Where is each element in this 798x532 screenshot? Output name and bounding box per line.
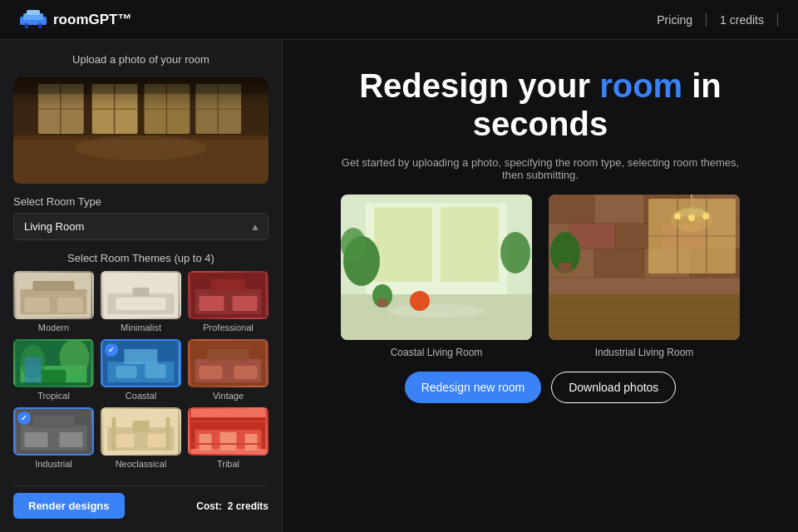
themes-title: Select Room Themes (up to 4)	[13, 252, 268, 264]
result-industrial: Industrial Living Room	[549, 195, 740, 358]
result-coastal: Coastal Living Room	[341, 195, 532, 358]
svg-rect-51	[208, 349, 249, 361]
svg-rect-89	[594, 195, 644, 224]
theme-modern[interactable]: Modern	[13, 271, 94, 332]
right-panel: Redesign your room in seconds Get starte…	[283, 40, 798, 532]
svg-rect-25	[58, 298, 83, 313]
svg-rect-54	[25, 432, 48, 447]
hero-title: Redesign your room in seconds	[316, 66, 765, 143]
svg-rect-63	[166, 417, 170, 451]
svg-rect-77	[374, 207, 432, 282]
theme-tribal-img	[188, 407, 268, 456]
svg-rect-66	[191, 409, 266, 417]
theme-neoclassical-img	[101, 407, 181, 456]
nav-divider-2	[777, 13, 778, 27]
svg-rect-35	[212, 279, 245, 292]
svg-point-21	[75, 135, 207, 160]
svg-rect-24	[25, 298, 50, 313]
svg-rect-33	[200, 296, 224, 311]
svg-rect-50	[234, 366, 258, 379]
svg-rect-26	[33, 281, 75, 291]
theme-neoclassical[interactable]: Neoclassical	[101, 407, 181, 469]
theme-industrial[interactable]: ✓ Industrial	[13, 407, 94, 469]
svg-point-80	[341, 228, 366, 261]
result-coastal-img	[341, 195, 532, 340]
theme-professional-label: Professional	[203, 323, 254, 332]
svg-rect-86	[377, 298, 387, 307]
theme-coastal[interactable]: ✓ Coastal	[101, 339, 181, 401]
svg-rect-44	[116, 366, 137, 378]
svg-rect-60	[148, 434, 169, 447]
hero-title-highlight: room	[599, 67, 682, 104]
svg-rect-41	[25, 357, 42, 382]
room-preview-image	[13, 77, 268, 184]
svg-rect-55	[60, 432, 83, 447]
nav-area: Pricing 1 credits	[657, 13, 778, 27]
svg-rect-68	[200, 434, 212, 451]
svg-rect-88	[549, 195, 594, 224]
industrial-check-icon: ✓	[17, 411, 31, 425]
svg-rect-45	[145, 364, 166, 378]
svg-rect-112	[549, 294, 740, 340]
download-button[interactable]: Download photos	[551, 372, 676, 403]
theme-professional-img	[188, 271, 268, 319]
theme-coastal-label: Coastal	[126, 391, 156, 401]
render-row: Render designs Cost: 2 credits	[13, 485, 268, 519]
room-preview-bg	[13, 77, 268, 184]
theme-coastal-img: ✓	[101, 339, 181, 387]
room-type-select-wrapper: Living Room Bedroom Kitchen Bathroom Off…	[13, 213, 268, 240]
theme-modern-label: Modern	[38, 323, 69, 332]
svg-rect-3	[25, 23, 28, 28]
theme-vintage[interactable]: Vintage	[188, 339, 268, 401]
svg-point-109	[671, 207, 712, 232]
result-coastal-label: Coastal Living Room	[391, 347, 483, 358]
coastal-check-icon: ✓	[105, 343, 118, 357]
upload-area[interactable]: Original Room 🗑	[13, 77, 268, 184]
room-type-select[interactable]: Living Room Bedroom Kitchen Bathroom Off…	[13, 213, 268, 240]
svg-rect-78	[441, 207, 499, 282]
theme-tropical[interactable]: Tropical	[13, 339, 94, 401]
themes-grid: Modern Minimalist	[13, 271, 268, 469]
room-type-section: Select Room Type Living Room Bedroom Kit…	[13, 195, 268, 240]
theme-neoclassical-label: Neoclassical	[116, 459, 167, 469]
svg-rect-62	[112, 417, 116, 451]
svg-point-84	[410, 291, 430, 311]
nav-pricing[interactable]: Pricing	[657, 13, 692, 27]
theme-minimalist-img	[101, 271, 181, 319]
nav-credits: 1 credits	[720, 13, 764, 27]
svg-rect-34	[233, 296, 258, 311]
action-row: Redesign new room Download photos	[405, 372, 677, 403]
left-panel: Upload a photo of your room Original Roo…	[0, 40, 283, 532]
svg-rect-111	[559, 263, 572, 273]
logo-area: roomGPT™	[20, 10, 131, 30]
hero-title-part1: Redesign your	[359, 67, 599, 104]
theme-professional[interactable]: Professional	[188, 271, 268, 332]
theme-industrial-img: ✓	[13, 407, 94, 456]
logo-text: roomGPT™	[53, 12, 131, 28]
svg-rect-46	[125, 349, 158, 364]
theme-tribal[interactable]: Tribal	[188, 407, 268, 469]
svg-rect-4	[38, 23, 42, 28]
result-industrial-label: Industrial Living Room	[595, 347, 694, 358]
svg-point-81	[500, 232, 530, 273]
svg-rect-69	[220, 432, 237, 451]
cost-text: Cost: 2 credits	[196, 500, 268, 512]
svg-rect-40	[42, 370, 66, 382]
render-button[interactable]: Render designs	[13, 493, 125, 519]
themes-section: Select Room Themes (up to 4) Modern	[13, 252, 268, 469]
nav-divider	[706, 13, 707, 27]
theme-industrial-label: Industrial	[35, 459, 72, 469]
svg-rect-59	[114, 434, 135, 447]
theme-vintage-label: Vintage	[213, 391, 244, 401]
svg-rect-30	[133, 288, 150, 296]
theme-tropical-img	[13, 339, 94, 387]
main-layout: Upload a photo of your room Original Roo…	[0, 40, 798, 532]
redesign-button[interactable]: Redesign new room	[405, 372, 542, 403]
upload-section-title: Upload a photo of your room	[13, 53, 268, 66]
svg-rect-61	[133, 421, 150, 432]
svg-rect-56	[33, 416, 75, 428]
svg-rect-29	[116, 298, 166, 310]
theme-tribal-label: Tribal	[217, 459, 239, 469]
svg-point-83	[387, 304, 486, 318]
theme-minimalist[interactable]: Minimalist	[101, 271, 181, 332]
